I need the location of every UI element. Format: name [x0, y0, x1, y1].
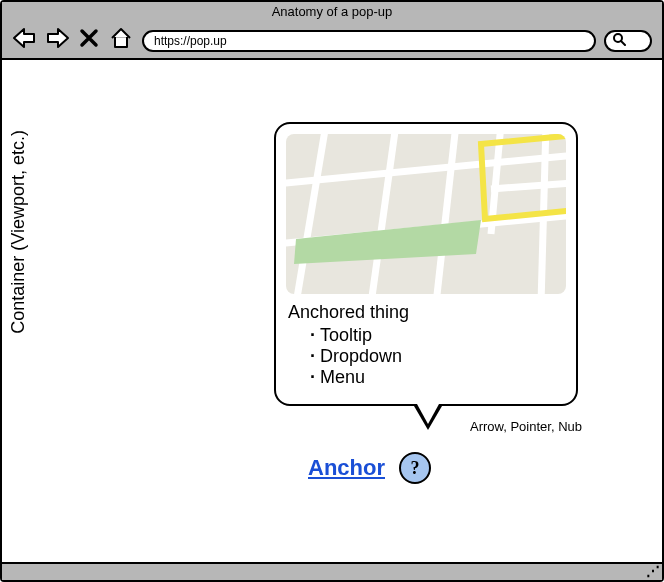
- help-button[interactable]: ?: [399, 452, 431, 484]
- list-item: Menu: [310, 367, 566, 388]
- popup-box: Anchored thing Tooltip Dropdown Menu: [274, 122, 578, 406]
- anchor-link[interactable]: Anchor: [308, 455, 385, 481]
- popup-arrow-inner: [417, 404, 439, 424]
- stop-icon[interactable]: [76, 26, 102, 50]
- search-input[interactable]: [604, 30, 652, 52]
- container-label: Container (Viewport, etc.): [8, 130, 29, 334]
- browser-window: Anatomy of a pop-up https://pop.up: [0, 0, 664, 582]
- nub-label: Arrow, Pointer, Nub: [470, 419, 582, 434]
- browser-titlebar: Anatomy of a pop-up https://pop.up: [2, 2, 662, 60]
- help-icon: ?: [411, 458, 420, 479]
- viewport: Container (Viewport, etc.): [2, 60, 662, 562]
- popup-heading: Anchored thing: [288, 302, 566, 323]
- anchor-row: Anchor ?: [308, 452, 431, 484]
- back-icon[interactable]: [12, 26, 38, 50]
- svg-line-1: [621, 41, 625, 45]
- url-text: https://pop.up: [154, 34, 227, 48]
- status-bar: [2, 562, 662, 580]
- window-title: Anatomy of a pop-up: [2, 4, 662, 19]
- nav-controls: [12, 26, 134, 50]
- url-input[interactable]: https://pop.up: [142, 30, 596, 52]
- map-image: [286, 134, 566, 294]
- home-icon[interactable]: [108, 26, 134, 50]
- list-item: Tooltip: [310, 325, 566, 346]
- popup: Anchored thing Tooltip Dropdown Menu Arr…: [274, 122, 578, 406]
- search-icon: [612, 32, 626, 50]
- popup-list: Tooltip Dropdown Menu: [286, 325, 566, 388]
- list-item: Dropdown: [310, 346, 566, 367]
- forward-icon[interactable]: [44, 26, 70, 50]
